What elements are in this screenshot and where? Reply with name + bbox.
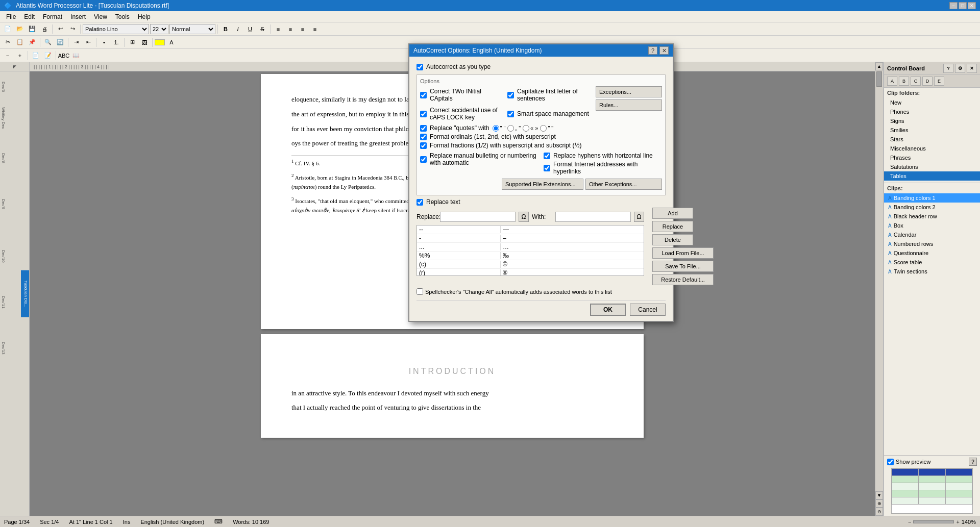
cut-btn[interactable]: ✂ [2,37,13,48]
page-view-btn[interactable]: 📄 [30,50,41,61]
cb-tool-4[interactable]: D [922,77,933,86]
replace-row-4[interactable]: %% ‰ [417,252,644,260]
cb-tool-3[interactable]: C [911,77,921,86]
strikethrough-btn[interactable]: S [257,23,268,35]
replace-row-3[interactable]: ... … [417,243,644,252]
opt-smart-space-cb[interactable] [507,111,514,117]
menu-edit[interactable]: Edit [20,11,39,22]
align-center-btn[interactable]: ≡ [285,23,296,35]
spellcheck-cb[interactable] [416,288,423,295]
paste-btn[interactable]: 📌 [27,37,38,48]
highlight-btn[interactable] [155,39,165,45]
menu-format[interactable]: Format [39,11,66,22]
opt-fractions-cb[interactable] [420,142,427,149]
italic-btn[interactable]: I [232,23,243,35]
zoom-out-status-btn[interactable]: − [908,519,911,525]
clip-questionnaire[interactable]: A Questionnaire [884,248,980,258]
folder-miscellaneous[interactable]: Miscellaneous [884,144,980,153]
right-scrollbar[interactable]: ▲ ▼ ⊕ ⊖ [875,62,883,516]
delete-btn[interactable]: Delete [652,234,693,245]
quotes-radio-4[interactable] [540,125,547,132]
open-btn[interactable]: 📂 [14,23,26,35]
close-button[interactable]: ✕ [968,2,976,9]
opt-manual-bullet-cb[interactable] [420,156,427,163]
clip-banding-colors-1[interactable]: A Banding colors 1 [884,193,980,203]
menu-file[interactable]: File [2,11,20,22]
indent-btn[interactable]: ⇥ [70,37,82,48]
grammar-btn[interactable]: 📖 [70,50,82,61]
clip-twin-sections[interactable]: A Twin sections [884,267,980,276]
clip-banding-colors-2[interactable]: A Banding colors 2 [884,203,980,212]
image-btn[interactable]: 🖼 [139,37,150,48]
replace-row-2[interactable]: - – [417,234,644,243]
save-to-file-btn[interactable]: Save To File... [652,261,714,272]
replace-row-5[interactable]: (c) © [417,260,644,269]
cb-icon-3[interactable]: ✕ [967,64,977,73]
menu-insert[interactable]: Insert [66,11,90,22]
page-up-btn[interactable]: ⊕ [875,499,883,508]
table-btn[interactable]: ⊞ [127,37,138,48]
outdent-btn[interactable]: ⇤ [83,37,94,48]
zoom-in-btn[interactable]: + [14,50,26,61]
cb-tool-5[interactable]: E [934,77,944,86]
replace-action-btn[interactable]: Replace [652,221,693,232]
folder-tables[interactable]: Tables [884,171,980,181]
copy-btn[interactable]: 📋 [14,37,26,48]
menu-view[interactable]: View [90,11,111,22]
opt-caps-lock-cb[interactable] [420,111,427,117]
cb-tool-1[interactable]: A [887,77,897,86]
opt-two-initials-cb[interactable] [420,92,427,98]
spell-btn[interactable]: ABC [58,50,69,61]
font-color-btn[interactable]: A [166,37,177,48]
style-select[interactable]: Normal [169,24,215,34]
clip-numbered-rows[interactable]: A Numbered rows [884,239,980,248]
quotes-cb[interactable] [420,125,427,132]
align-left-btn[interactable]: ≡ [273,23,284,35]
quotes-radio-1[interactable] [493,125,499,132]
replace-list-container[interactable]: -- — - – ... … [416,225,644,276]
align-right-btn[interactable]: ≡ [297,23,308,35]
new-btn[interactable]: 📄 [2,23,13,35]
folder-phones[interactable]: Phones [884,107,980,116]
replace-from-input[interactable] [440,212,516,222]
replace-row-1[interactable]: -- — [417,225,644,234]
replace-row-6[interactable]: (r) ® [417,269,644,276]
opt-hyphens-cb[interactable] [544,153,550,159]
page-down-btn[interactable]: ⊖ [875,508,883,516]
font-select[interactable]: Palatino Lino [83,24,149,34]
scroll-up-btn[interactable]: ▲ [875,62,883,70]
scroll-down-btn[interactable]: ▼ [875,491,883,499]
omega-to-btn[interactable]: Ω [634,212,644,222]
tusculan-tab[interactable]: Tusculan Dis... [21,270,29,317]
dialog-help-btn[interactable]: ? [648,46,657,55]
bullet-btn[interactable]: • [99,37,110,48]
folder-stars[interactable]: Stars [884,135,980,144]
cancel-btn[interactable]: Cancel [630,304,666,316]
other-exceptions-btn[interactable]: Other Exceptions... [585,179,662,190]
find-btn[interactable]: 🔍 [42,37,54,48]
opt-capitalize-cb[interactable] [507,92,514,98]
replace-to-input[interactable] [555,212,631,222]
preview-info-btn[interactable]: ? [969,458,977,466]
align-justify-btn[interactable]: ≡ [309,23,321,35]
print-btn[interactable]: 🖨 [39,23,50,35]
ok-btn[interactable]: OK [590,304,626,316]
omega-from-btn[interactable]: Ω [519,212,529,222]
clip-black-header-row[interactable]: A Black header row [884,212,980,221]
redo-btn[interactable]: ↪ [67,23,78,35]
underline-btn[interactable]: U [244,23,256,35]
quotes-radio-3[interactable] [523,125,529,132]
save-btn[interactable]: 💾 [27,23,38,35]
cb-icon-1[interactable]: ? [943,64,953,73]
quotes-radio-2[interactable] [507,125,514,132]
add-btn[interactable]: Add [652,208,693,219]
cb-icon-2[interactable]: ⚙ [955,64,965,73]
autocorrect-checkbox[interactable] [416,64,423,70]
minimize-button[interactable]: − [949,2,958,9]
bold-btn[interactable]: B [220,23,231,35]
menu-help[interactable]: Help [134,11,155,22]
zoom-slider[interactable] [913,520,954,523]
number-btn[interactable]: 1. [111,37,122,48]
clip-score-table[interactable]: A Score table [884,258,980,267]
clip-calendar[interactable]: A Calendar [884,230,980,239]
